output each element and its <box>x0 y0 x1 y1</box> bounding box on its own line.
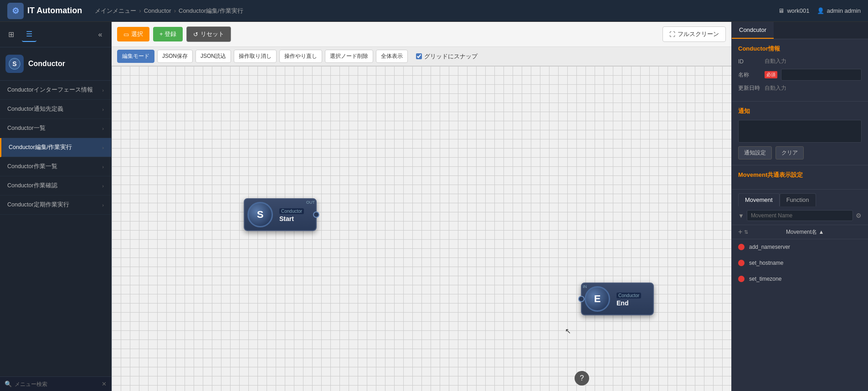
search-clear-icon[interactable]: ✕ <box>102 381 107 387</box>
workspace-name: work001 <box>787 7 809 14</box>
fullscreen-button[interactable]: ⛶ フルスクリーン <box>663 26 726 42</box>
json-save-button[interactable]: JSON保存 <box>157 50 193 63</box>
conductor-info-section: Conductor情報 ID 自動入力 名称 必須 更新日時 自動入力 <box>732 39 868 102</box>
field-name: 名称 必須 <box>738 69 862 81</box>
json-save-label: JSON保存 <box>162 52 188 60</box>
sidebar-item-list[interactable]: Conductor一覧 › <box>0 119 111 138</box>
add-movement-icon[interactable]: + <box>738 228 742 236</box>
breadcrumb-sep2: › <box>174 7 176 14</box>
panel-tab-conductor[interactable]: Condcutor <box>732 22 774 39</box>
breadcrumb-sep1: › <box>139 7 141 14</box>
list-item[interactable]: set_timezone <box>732 271 868 287</box>
sidebar-item-notification-dest[interactable]: Conductor通知先定義 › <box>0 100 111 119</box>
snap-checkbox-label[interactable]: グリッドにスナップ <box>416 52 478 61</box>
breadcrumb-conductor[interactable]: Conductor <box>144 7 171 14</box>
canvas-grid <box>112 66 731 391</box>
register-button[interactable]: + 登録 <box>153 27 183 41</box>
function-tab[interactable]: Function <box>780 193 816 206</box>
end-node-letter: E <box>594 293 601 305</box>
field-updated-value: 自動入力 <box>765 84 786 92</box>
movement-tab[interactable]: Movement <box>738 193 780 206</box>
sidebar-item-scheduled[interactable]: Conductor定期作業実行 › <box>0 196 111 215</box>
help-button[interactable]: ? <box>575 371 589 386</box>
select-button[interactable]: ▭ 選択 <box>117 27 149 41</box>
user-info: 👤 admin admin <box>817 7 861 14</box>
start-node-card[interactable]: S Conductor Start OUT <box>244 198 317 231</box>
delete-node-label: 選択ノード削除 <box>330 52 368 60</box>
conductor-end-node[interactable]: E Conductor End IN <box>581 283 654 315</box>
breadcrumb-home[interactable]: メインメニュー <box>95 7 136 15</box>
search-icon: 🔍 <box>5 381 12 387</box>
chevron-icon: › <box>102 107 104 112</box>
sidebar-list-icon[interactable]: ☰ <box>22 27 36 42</box>
sidebar-title: Conductor <box>28 60 65 68</box>
name-input[interactable] <box>781 69 862 81</box>
movement-name-2: set_hostname <box>749 260 783 266</box>
sidebar-item-interface[interactable]: Conductorインターフェース情報 › <box>0 81 111 100</box>
list-item[interactable]: add_nameserver <box>732 239 868 255</box>
field-updated: 更新日時 自動入力 <box>738 84 862 92</box>
chevron-icon: › <box>102 87 104 93</box>
conductor-info-title: Conductor情報 <box>738 45 862 53</box>
snap-checkbox[interactable] <box>416 53 422 59</box>
notification-title: 通知 <box>738 107 862 115</box>
required-badge: 必須 <box>765 71 777 78</box>
movement-dot-2 <box>738 260 745 266</box>
snap-label: グリッドにスナップ <box>424 52 478 61</box>
start-node-circle: S <box>247 202 273 227</box>
list-item[interactable]: set_hostname <box>732 255 868 271</box>
notification-section: 通知 通知設定 クリア <box>732 102 868 165</box>
secondary-toolbar: 編集モード JSON保存 JSON読込 操作取り消し 操作やり直し 選択ノード削… <box>112 47 731 66</box>
edit-mode-button[interactable]: 編集モード <box>117 50 154 63</box>
delete-node-button[interactable]: 選択ノード削除 <box>325 50 373 63</box>
movement-sort-icon-left: ⇅ <box>744 229 748 235</box>
movement-settings-icon[interactable]: ⚙ <box>856 212 862 219</box>
sidebar-collapse-icon[interactable]: « <box>93 27 108 42</box>
movement-name-3: set_timezone <box>749 276 781 282</box>
redo-button[interactable]: 操作やり直し <box>279 50 322 63</box>
sidebar-menu: Conductorインターフェース情報 › Conductor通知先定義 › C… <box>0 81 111 376</box>
logo-icon: ⚙ <box>7 3 24 19</box>
clear-button[interactable]: クリア <box>776 146 804 159</box>
sidebar-item-work-confirm[interactable]: Conductor作業確認 › <box>0 176 111 196</box>
sidebar-grid-icon[interactable]: ⊞ <box>4 27 18 42</box>
movement-display-section: Movement共通表示設定 <box>732 165 868 190</box>
start-node-label-main: Start <box>279 215 312 222</box>
end-port-in[interactable] <box>578 296 585 302</box>
json-load-label: JSON読込 <box>200 52 226 60</box>
undo-button[interactable]: 操作取り消し <box>234 50 277 63</box>
content-area: ▭ 選択 + 登録 ↺ リセット ⛶ フルスクリーン 編集モード JSON保存 <box>112 22 731 391</box>
chevron-icon: › <box>102 202 104 208</box>
notify-settings-button[interactable]: 通知設定 <box>738 146 772 159</box>
canvas-area[interactable]: S Conductor Start OUT E <box>112 66 731 391</box>
movement-tab-bar: Movement Function <box>732 190 868 206</box>
chevron-icon: › <box>102 145 104 150</box>
movement-search-input[interactable] <box>747 210 853 221</box>
movement-display-title: Movement共通表示設定 <box>738 171 862 179</box>
redo-label: 操作やり直し <box>284 52 317 60</box>
sidebar-item-interface-label: Conductorインターフェース情報 <box>7 86 93 94</box>
navbar-right: 🖥 work001 👤 admin admin <box>778 7 861 14</box>
show-all-button[interactable]: 全体表示 <box>376 50 408 63</box>
reset-icon: ↺ <box>193 31 198 38</box>
start-port-out[interactable] <box>313 211 319 218</box>
field-id-value: 自動入力 <box>765 57 786 65</box>
sidebar-item-notification-dest-label: Conductor通知先定義 <box>7 105 63 113</box>
app-title: IT Automation <box>27 6 82 15</box>
json-load-button[interactable]: JSON読込 <box>195 50 231 63</box>
reset-button[interactable]: ↺ リセット <box>186 26 231 42</box>
sidebar-item-scheduled-label: Conductor定期作業実行 <box>7 201 69 209</box>
search-input[interactable] <box>15 381 99 387</box>
sidebar-item-work-list[interactable]: Conductor作業一覧 › <box>0 157 111 176</box>
user-name: admin admin <box>827 7 861 14</box>
movement-col-header[interactable]: Movement名 ▲ <box>748 228 862 236</box>
undo-label: 操作取り消し <box>239 52 272 60</box>
end-node-card[interactable]: E Conductor End IN <box>581 283 654 315</box>
conductor-start-node[interactable]: S Conductor Start OUT <box>244 198 317 231</box>
sidebar-top: ⊞ ☰ « <box>0 22 111 47</box>
chevron-icon: › <box>102 183 104 189</box>
svg-text:S: S <box>12 60 16 67</box>
navbar: ⚙ IT Automation メインメニュー › Conductor › Co… <box>0 0 868 22</box>
sidebar-item-edit[interactable]: Conductor編集/作業実行 › <box>0 138 111 157</box>
panel-tab-bar: Condcutor <box>732 22 868 39</box>
